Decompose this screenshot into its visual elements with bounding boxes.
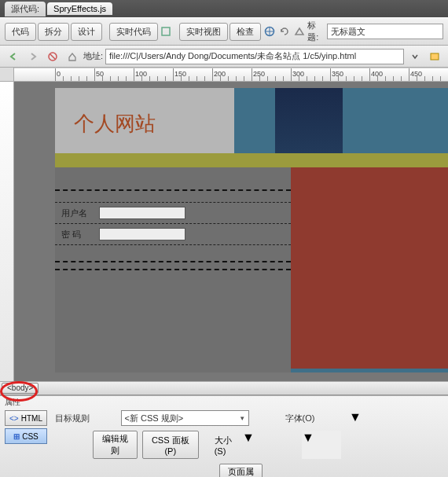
username-input[interactable] xyxy=(99,207,185,219)
back-icon[interactable] xyxy=(5,48,22,65)
address-label: 地址: xyxy=(83,50,103,62)
forward-icon[interactable] xyxy=(24,48,42,65)
tab-file[interactable]: SpryEffects.js xyxy=(47,2,112,15)
table-row[interactable]: 用户名 xyxy=(55,203,291,223)
banner-row: 个人网站 xyxy=(55,88,448,153)
chevron-down-icon: ▼ xyxy=(349,410,362,424)
banner-photo[interactable] xyxy=(275,88,343,153)
refresh-icon[interactable] xyxy=(277,23,291,40)
banner-left[interactable]: 个人网站 xyxy=(55,88,234,153)
size-label: 大小(S) xyxy=(215,435,237,456)
target-rule-label: 目标规则 xyxy=(55,413,116,424)
body-tag[interactable]: <body> xyxy=(2,383,39,394)
page-attributes-button[interactable]: 页面属 xyxy=(219,464,263,477)
globe-icon[interactable] xyxy=(263,23,276,40)
vertical-ruler xyxy=(0,82,14,381)
tab-source[interactable]: 源代码: xyxy=(5,2,46,17)
document-tabs: 源代码: SpryEffects.js xyxy=(0,0,448,17)
live-code-icon[interactable] xyxy=(160,23,173,40)
browse-icon[interactable] xyxy=(426,48,443,65)
username-label: 用户名 xyxy=(61,207,93,219)
password-input[interactable] xyxy=(99,228,185,240)
size-select[interactable]: ▼ xyxy=(242,431,297,459)
stop-icon[interactable] xyxy=(44,48,61,65)
html-mode-button[interactable]: <>HTML xyxy=(5,410,47,426)
edit-rule-button[interactable]: 编辑规则 xyxy=(93,431,138,459)
inspect-button[interactable]: 检查 xyxy=(230,23,261,41)
title-input[interactable] xyxy=(327,24,443,39)
address-bar: 地址: xyxy=(0,46,448,68)
table-row[interactable]: 密 码 xyxy=(55,224,291,244)
right-panel[interactable] xyxy=(291,167,448,372)
design-view[interactable]: 个人网站 用户名 密 码 xyxy=(14,82,448,381)
css-mode-button[interactable]: ⊞CSS xyxy=(5,428,47,444)
svg-rect-0 xyxy=(162,28,170,35)
code-button[interactable]: 代码 xyxy=(5,23,36,41)
horizontal-ruler: 050100150200250300350400450500 xyxy=(14,68,448,82)
tag-selector-bar: <body> xyxy=(0,381,448,395)
password-label: 密 码 xyxy=(61,229,93,240)
form-table[interactable]: 用户名 密 码 xyxy=(55,189,291,270)
chevron-down-icon: ▼ xyxy=(242,431,255,444)
design-button[interactable]: 设计 xyxy=(71,23,102,41)
address-input[interactable] xyxy=(105,49,404,64)
chevron-down-icon: ▼ xyxy=(302,431,314,444)
nav-strip[interactable] xyxy=(55,153,448,167)
live-code-button[interactable]: 实时代码 xyxy=(109,23,158,41)
chevron-down-icon: ▼ xyxy=(239,415,245,422)
target-rule-select[interactable]: <新 CSS 规则>▼ xyxy=(121,410,250,426)
font-label: 字体(O) xyxy=(285,413,341,424)
view-toolbar: 代码 拆分 设计 实时代码 实时视图 检查 标题: xyxy=(0,17,448,46)
site-title[interactable]: 个人网站 xyxy=(55,88,234,138)
home-icon[interactable] xyxy=(64,48,81,65)
nav-icon[interactable] xyxy=(292,23,306,40)
font-select[interactable]: ▼ xyxy=(349,410,443,424)
size-unit-select[interactable]: ▼ xyxy=(302,431,341,459)
css-panel-button[interactable]: CSS 面板(P) xyxy=(142,431,199,459)
page-canvas[interactable]: 个人网站 用户名 密 码 xyxy=(55,88,448,372)
props-title: 属性 xyxy=(0,396,448,407)
svg-rect-3 xyxy=(431,53,439,60)
title-label: 标题: xyxy=(307,20,325,43)
content-row: 用户名 密 码 xyxy=(55,167,448,372)
dropdown-icon[interactable] xyxy=(406,48,424,65)
split-button[interactable]: 拆分 xyxy=(38,23,69,41)
property-inspector: 属性 <>HTML ⊞CSS 目标规则 <新 CSS 规则>▼ 字体(O) 编辑… xyxy=(0,395,448,477)
ruler-corner xyxy=(0,68,14,82)
left-panel[interactable]: 用户名 密 码 xyxy=(55,167,291,372)
live-view-button[interactable]: 实时视图 xyxy=(179,23,228,41)
